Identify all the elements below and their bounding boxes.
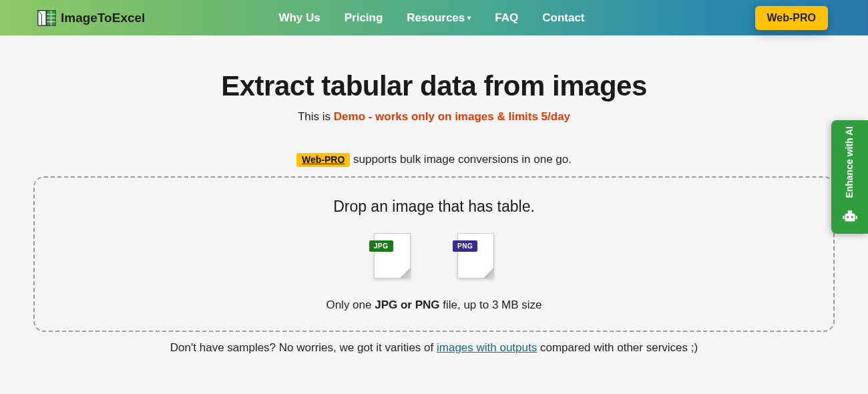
chevron-down-icon: ▾ bbox=[467, 15, 471, 21]
png-file-icon: PNG bbox=[457, 233, 494, 278]
web-pro-badge[interactable]: Web-PRO bbox=[296, 153, 350, 167]
main: Extract tabular data from images This is… bbox=[0, 35, 868, 355]
nav-resources[interactable]: Resources ▾ bbox=[407, 11, 471, 25]
jpg-file-icon: JPG bbox=[374, 233, 411, 278]
sample-prefix: Don't have samples? No worries, we got i… bbox=[170, 341, 437, 354]
sample-line: Don't have samples? No worries, we got i… bbox=[33, 341, 835, 355]
nav-faq[interactable]: FAQ bbox=[495, 11, 518, 25]
logo[interactable]: ImageToExcel bbox=[37, 8, 145, 28]
svg-point-9 bbox=[851, 216, 853, 218]
web-pro-button[interactable]: Web-PRO bbox=[755, 6, 828, 30]
page-title: Extract tabular data from images bbox=[33, 70, 835, 102]
nav-resources-label: Resources bbox=[407, 11, 465, 25]
subline-prefix: This is bbox=[298, 110, 334, 123]
svg-rect-7 bbox=[847, 210, 852, 213]
jpg-badge: JPG bbox=[369, 240, 393, 252]
pro-line-text: supports bulk image conversions in one g… bbox=[353, 153, 572, 166]
format-icons: JPG PNG bbox=[48, 233, 820, 278]
logo-icon bbox=[37, 8, 57, 28]
limit-prefix: Only one bbox=[326, 299, 375, 311]
nav-why-us[interactable]: Why Us bbox=[278, 11, 320, 25]
svg-point-8 bbox=[847, 216, 849, 218]
header-right: Web-PRO bbox=[755, 6, 828, 30]
dropzone-title: Drop an image that has table. bbox=[48, 198, 820, 216]
nav: Why Us Pricing Resources ▾ FAQ Contact bbox=[278, 11, 584, 25]
limit-line: Only one JPG or PNG file, up to 3 MB siz… bbox=[48, 299, 820, 312]
sample-suffix: compared with other services ;) bbox=[537, 341, 698, 354]
dropzone[interactable]: Drop an image that has table. JPG PNG On… bbox=[33, 176, 835, 332]
header: ImageToExcel Why Us Pricing Resources ▾ … bbox=[0, 0, 868, 35]
demo-subline: This is Demo - works only on images & li… bbox=[33, 110, 835, 124]
nav-contact[interactable]: Contact bbox=[542, 11, 584, 25]
limit-strong: JPG or PNG bbox=[375, 299, 439, 311]
svg-rect-11 bbox=[855, 216, 857, 219]
samples-link[interactable]: images with outputs bbox=[437, 341, 537, 354]
enhance-label: Enhance with AI bbox=[844, 126, 855, 198]
png-badge: PNG bbox=[453, 240, 477, 252]
svg-rect-10 bbox=[843, 216, 844, 219]
nav-pricing[interactable]: Pricing bbox=[345, 11, 383, 25]
svg-rect-6 bbox=[845, 213, 855, 221]
robot-icon bbox=[841, 208, 859, 228]
enhance-ai-tab[interactable]: Enhance with AI bbox=[831, 120, 868, 234]
logo-text: ImageToExcel bbox=[61, 11, 145, 25]
pro-line: Web-PRO supports bulk image conversions … bbox=[33, 153, 835, 167]
limit-suffix: file, up to 3 MB size bbox=[440, 299, 542, 311]
subline-highlight: Demo - works only on images & limits 5/d… bbox=[334, 110, 570, 123]
